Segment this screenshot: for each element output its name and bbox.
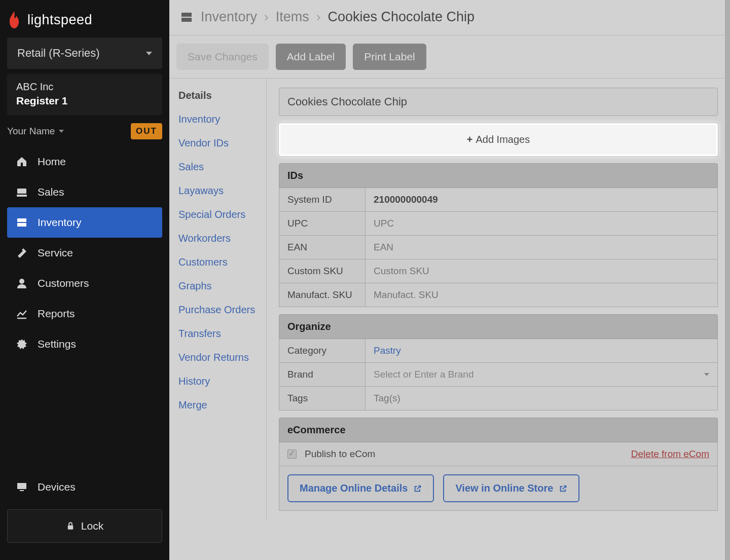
subnav-layaways[interactable]: Layaways [169,179,266,203]
home-icon [15,156,28,168]
subnav-customers[interactable]: Customers [169,250,266,274]
nav-reports[interactable]: Reports [0,298,169,329]
nav-devices[interactable]: Devices [0,472,169,502]
category-row: Category Pastry [279,339,718,363]
brand-label: Brand [279,363,366,386]
publish-label: Publish to eCom [305,449,375,460]
ean-label: EAN [279,236,366,259]
caret-down-icon [704,373,709,376]
system-id-value: 210000000049 [366,188,717,211]
nav-inventory[interactable]: Inventory [7,207,162,238]
sidebar-bottom: Devices Lock [0,472,169,560]
nav-sales[interactable]: Sales [0,177,169,207]
svg-rect-10 [181,13,192,17]
publish-checkbox[interactable] [287,450,297,459]
chevron-right-icon: › [316,9,321,25]
subnav-history[interactable]: History [169,369,266,393]
subnav-purchase-orders[interactable]: Purchase Orders [169,298,266,322]
external-link-icon [414,484,422,493]
svg-rect-11 [181,18,192,22]
caret-down-icon [59,130,64,133]
subnav-workorders[interactable]: Workorders [169,227,266,250]
brand-name: lightspeed [27,12,92,28]
register-name: Register 1 [16,95,153,107]
category-value[interactable]: Pastry [366,339,717,362]
subnav-merge[interactable]: Merge [169,393,266,417]
external-link-icon [559,484,567,493]
category-label: Category [279,339,366,362]
subnav-sales[interactable]: Sales [169,155,266,179]
main-nav: Home Sales Inventory Service Customers R… [0,146,169,472]
custom-sku-label: Custom SKU [279,259,366,283]
user-row: Your Name OUT [7,123,162,139]
chart-icon [15,308,28,320]
logo-row: lightspeed [0,0,169,38]
drawer-icon [15,216,28,229]
custom-sku-input[interactable] [366,259,717,283]
manage-label: Manage Online Details [300,482,408,494]
nav-settings[interactable]: Settings [0,329,169,359]
tags-row: Tags [279,387,718,410]
content-wrap: Details Inventory Vendor IDs Sales Layaw… [169,79,730,520]
monitor-icon [15,481,28,493]
ean-input[interactable] [366,236,717,259]
svg-rect-2 [17,218,26,222]
system-id-label: System ID [279,188,366,211]
register-icon [15,186,28,198]
ecom-buttons-row: Manage Online Details View in Online Sto… [279,466,718,511]
ids-header: IDs [279,163,718,188]
add-images-button[interactable]: +Add Images [279,123,718,156]
drawer-icon [179,11,194,23]
item-name-input[interactable] [279,88,718,116]
subnav-vendor-ids[interactable]: Vendor IDs [169,131,266,155]
manufact-sku-input[interactable] [366,283,717,307]
nav-home[interactable]: Home [0,146,169,177]
svg-rect-0 [17,189,26,194]
series-selector[interactable]: Retail (R-Series) [7,38,162,69]
subnav-special-orders[interactable]: Special Orders [169,203,266,227]
breadcrumb-items[interactable]: Items [276,9,309,25]
subnav-transfers[interactable]: Transfers [169,322,266,346]
manufact-sku-row: Manufact. SKU [279,283,718,307]
delete-from-ecom-link[interactable]: Delete from eCom [631,449,709,460]
svg-rect-7 [17,483,26,489]
caret-down-icon [146,52,152,55]
series-label: Retail (R-Series) [17,47,100,60]
view-label: View in Online Store [455,482,553,494]
user-menu[interactable]: Your Name [7,126,64,137]
print-label-button[interactable]: Print Label [353,44,426,70]
lock-icon [66,521,75,531]
add-label-button[interactable]: Add Label [276,44,346,70]
manage-online-details-button[interactable]: Manage Online Details [287,474,434,502]
subnav-inventory[interactable]: Inventory [169,107,266,131]
svg-rect-1 [17,195,27,197]
nav-service[interactable]: Service [0,238,169,268]
nav-label: Reports [38,308,75,320]
ean-row: EAN [279,236,718,259]
nav-customers[interactable]: Customers [0,268,169,298]
lock-label: Lock [81,520,103,532]
brand-placeholder: Select or Enter a Brand [374,369,474,380]
detail-panel: +Add Images IDs System ID 210000000049 U… [267,79,730,520]
svg-rect-9 [68,526,74,530]
subnav-details[interactable]: Details [169,84,266,107]
subnav-graphs[interactable]: Graphs [169,274,266,298]
breadcrumb-inventory[interactable]: Inventory [201,9,257,25]
user-name-label: Your Name [7,126,55,137]
tags-input[interactable] [366,387,717,410]
tags-label: Tags [279,387,366,410]
lock-button[interactable]: Lock [7,509,162,543]
main-content: Inventory › Items › Cookies Chocolate Ch… [169,0,730,560]
view-in-online-store-button[interactable]: View in Online Store [443,474,579,502]
nav-label: Inventory [38,216,81,229]
subnav-vendor-returns[interactable]: Vendor Returns [169,346,266,369]
nav-label: Devices [38,481,76,493]
item-subnav: Details Inventory Vendor IDs Sales Layaw… [169,79,267,520]
ecommerce-header: eCommerce [279,418,718,442]
clock-status-badge[interactable]: OUT [131,123,162,139]
nav-label: Sales [38,186,64,198]
register-box[interactable]: ABC Inc Register 1 [7,74,162,115]
upc-input[interactable] [366,212,717,235]
brand-select[interactable]: Select or Enter a Brand [366,363,717,386]
upc-label: UPC [279,212,366,235]
